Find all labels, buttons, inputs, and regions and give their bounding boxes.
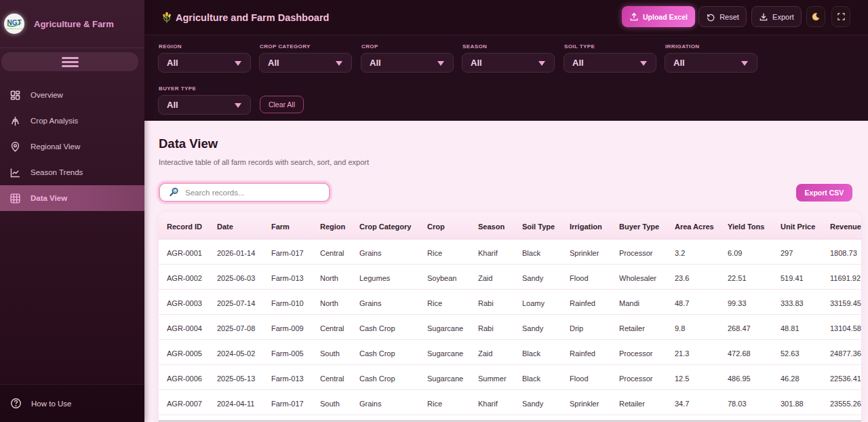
- svg-text:NOT ONE TRACK LTD: NOT ONE TRACK LTD: [5, 28, 23, 30]
- svg-text:NGT: NGT: [7, 19, 21, 26]
